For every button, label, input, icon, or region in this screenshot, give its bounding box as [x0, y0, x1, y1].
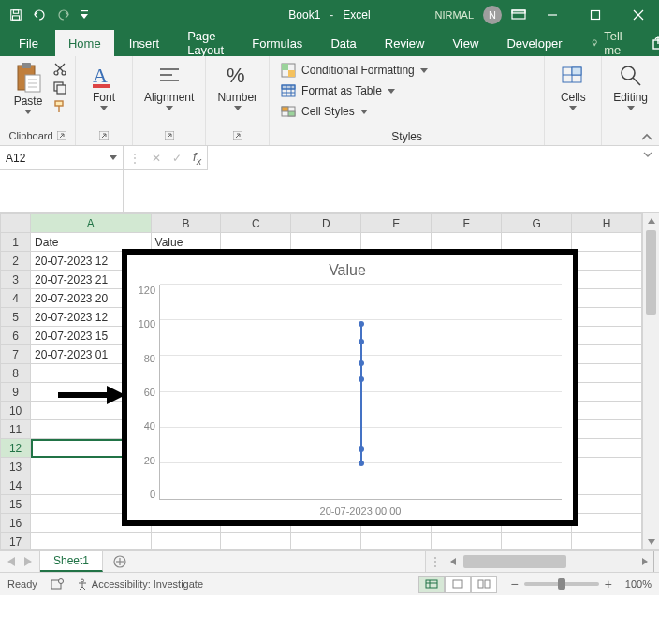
undo-icon[interactable] [32, 8, 47, 22]
cell-styles-button[interactable]: Cell Styles [277, 103, 372, 120]
horizontal-scrollbar[interactable]: ⋮ [425, 551, 659, 572]
scroll-left-icon[interactable] [445, 558, 461, 565]
tell-me[interactable]: Tell me [579, 30, 639, 56]
row-head[interactable]: 6 [1, 327, 31, 345]
hscroll-thumb[interactable] [463, 555, 566, 568]
cut-icon[interactable] [52, 62, 67, 77]
col-head-f[interactable]: F [432, 214, 502, 233]
svg-marker-21 [24, 110, 32, 114]
page-break-view-button[interactable] [471, 576, 497, 593]
svg-text:%: % [227, 64, 245, 87]
insert-function-icon[interactable]: fx [193, 150, 201, 167]
col-head-h[interactable]: H [572, 214, 642, 233]
tab-insert[interactable]: Insert [116, 30, 173, 56]
accessibility-status[interactable]: Accessibility: Investigate [77, 578, 203, 590]
dialog-launcher-icon[interactable] [99, 131, 109, 140]
sheet-tab-sheet1[interactable]: Sheet1 [40, 551, 103, 572]
zoom-slider[interactable]: − + [510, 577, 611, 592]
row-head[interactable]: 17 [1, 533, 31, 550]
editing-button[interactable]: Editing [609, 60, 652, 112]
normal-view-button[interactable] [418, 576, 445, 593]
select-all-cell[interactable] [1, 214, 31, 233]
row-head[interactable]: 16 [1, 514, 31, 533]
close-button[interactable] [622, 0, 655, 30]
row-head[interactable]: 5 [1, 308, 31, 327]
alignment-button[interactable]: Alignment [140, 60, 198, 112]
scroll-right-icon[interactable] [637, 558, 653, 565]
paste-button[interactable]: Paste [7, 60, 49, 116]
share-button[interactable] [640, 30, 659, 56]
row-head[interactable]: 14 [1, 476, 31, 495]
collapse-ribbon-icon[interactable] [640, 132, 653, 141]
name-box-input[interactable]: A12 [6, 152, 110, 165]
expand-formula-bar-icon[interactable] [642, 150, 653, 159]
formula-input[interactable] [208, 146, 659, 170]
row-head[interactable]: 13 [1, 458, 31, 476]
save-icon[interactable] [9, 8, 22, 22]
maximize-button[interactable] [578, 0, 612, 30]
font-button[interactable]: A Font [83, 60, 124, 112]
svg-marker-64 [569, 106, 577, 110]
row-head[interactable]: 11 [1, 420, 31, 439]
cancel-formula-icon[interactable]: ✕ [152, 152, 161, 165]
row-head[interactable]: 4 [1, 289, 31, 308]
tab-view[interactable]: View [439, 30, 491, 56]
vertical-scrollbar[interactable] [642, 213, 659, 549]
minimize-button[interactable] [535, 0, 569, 30]
scroll-up-icon[interactable] [643, 213, 659, 228]
copy-icon[interactable] [52, 80, 67, 95]
chevron-right-icon[interactable] [24, 557, 32, 566]
row-head[interactable]: 8 [1, 364, 31, 383]
user-name[interactable]: NIRMAL [434, 9, 474, 21]
col-head-d[interactable]: D [291, 214, 361, 233]
scroll-down-icon[interactable] [643, 534, 659, 549]
svg-point-82 [81, 579, 83, 582]
cells-button[interactable]: Cells [552, 60, 593, 112]
tab-file[interactable]: File [4, 30, 53, 56]
format-painter-icon[interactable] [52, 99, 67, 114]
row-head[interactable]: 1 [1, 233, 31, 252]
col-head-g[interactable]: G [502, 214, 572, 233]
qat-dropdown-icon[interactable] [81, 10, 88, 20]
tab-data[interactable]: Data [317, 30, 369, 56]
ribbon-display-options-icon[interactable] [511, 8, 526, 22]
tab-developer[interactable]: Developer [493, 30, 575, 56]
chevron-down-icon[interactable] [110, 155, 117, 160]
format-as-table-button[interactable]: Format as Table [277, 82, 399, 99]
dialog-launcher-icon[interactable] [233, 131, 242, 140]
row-head[interactable]: 2 [1, 252, 31, 271]
enter-formula-icon[interactable]: ✓ [172, 152, 182, 165]
conditional-formatting-button[interactable]: Conditional Formatting [277, 62, 432, 79]
row-head[interactable]: 3 [1, 271, 31, 289]
col-head-a[interactable]: A [31, 214, 151, 233]
tab-formulas[interactable]: Formulas [239, 30, 315, 56]
tab-review[interactable]: Review [372, 30, 438, 56]
chevron-left-icon[interactable] [7, 557, 15, 566]
row-head[interactable]: 10 [1, 402, 31, 420]
zoom-in-icon[interactable]: + [605, 577, 612, 592]
row-head[interactable]: 12 [1, 439, 31, 458]
avatar[interactable]: N [483, 6, 502, 24]
row-head[interactable]: 15 [1, 495, 31, 514]
group-cells: Cells [545, 56, 602, 145]
embedded-chart[interactable]: Value 120 100 80 60 40 20 0 20-07-2023 0… [122, 249, 578, 526]
scroll-thumb[interactable] [646, 230, 656, 315]
macro-record-icon[interactable] [51, 578, 64, 591]
new-sheet-button[interactable] [103, 551, 137, 572]
col-head-b[interactable]: B [151, 214, 221, 233]
dialog-launcher-icon[interactable] [57, 131, 66, 140]
row-head[interactable]: 9 [1, 383, 31, 402]
page-layout-view-button[interactable] [445, 576, 471, 593]
tab-page-layout[interactable]: Page Layout [174, 30, 237, 56]
number-button[interactable]: % Number [213, 60, 261, 112]
col-head-c[interactable]: C [221, 214, 291, 233]
zoom-level[interactable]: 100% [625, 578, 652, 590]
row-head[interactable]: 7 [1, 345, 31, 364]
chevron-down-icon [420, 68, 428, 73]
sheet-nav[interactable] [0, 551, 40, 572]
zoom-out-icon[interactable]: − [510, 577, 518, 592]
tab-home[interactable]: Home [55, 30, 114, 56]
col-head-e[interactable]: E [361, 214, 432, 233]
redo-icon[interactable] [56, 8, 71, 22]
dialog-launcher-icon[interactable] [165, 131, 174, 140]
